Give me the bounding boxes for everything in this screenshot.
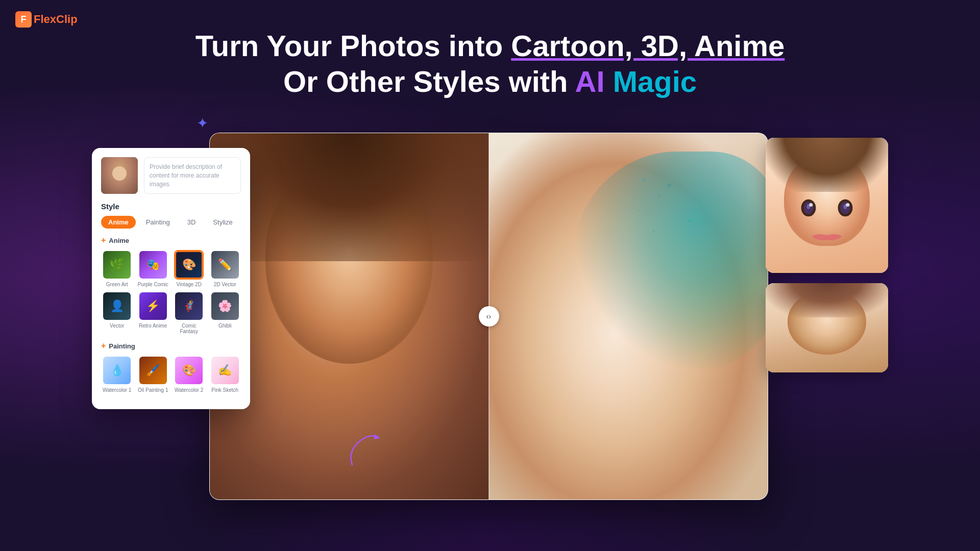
svg-point-4 bbox=[638, 210, 640, 212]
svg-point-3 bbox=[678, 204, 680, 207]
style-item-vintage-2d[interactable]: Vintage 2D bbox=[173, 250, 205, 287]
header-magic: Magic bbox=[613, 65, 697, 98]
user-photo[interactable] bbox=[101, 157, 138, 194]
svg-point-0 bbox=[642, 179, 645, 182]
style-name-2d-vector: 2D Vector bbox=[214, 282, 236, 287]
thumb-pink-sketch bbox=[211, 357, 239, 384]
style-name-comic-fantasy: Comic Fantasy bbox=[173, 323, 205, 334]
style-item-ghibli[interactable]: Ghibli bbox=[209, 291, 241, 334]
svg-point-5 bbox=[688, 219, 691, 222]
realistic-hair bbox=[766, 283, 888, 317]
thumb-vector bbox=[103, 292, 131, 320]
anime-lips-svg bbox=[808, 230, 845, 243]
style-item-purple-comic[interactable]: Purple Comic bbox=[137, 250, 169, 287]
style-name-green-art: Green Art bbox=[106, 282, 128, 287]
thumb-watercolor2 bbox=[175, 357, 203, 384]
style-item-oil-painting1[interactable]: Oil Painting 1 bbox=[137, 356, 169, 393]
thumb-oil-painting1 bbox=[139, 357, 167, 384]
logo-text: FlexClip bbox=[34, 13, 78, 26]
style-name-vector: Vector bbox=[110, 323, 124, 329]
user-photo-inner bbox=[101, 157, 138, 194]
style-name-vintage-2d: Vintage 2D bbox=[177, 282, 202, 287]
style-item-2d-vector[interactable]: 2D Vector bbox=[209, 250, 241, 287]
header-line2: Or Other Styles with AI Magic bbox=[0, 64, 980, 99]
painting-grid: Watercolor 1 Oil Painting 1 Watercolor 2… bbox=[101, 356, 241, 393]
arrow-decoration bbox=[342, 429, 388, 477]
style-item-retro-anime[interactable]: Retro Anime bbox=[137, 291, 169, 334]
style-item-comic-fantasy[interactable]: Comic Fantasy bbox=[173, 291, 205, 334]
preview-img-anime bbox=[766, 138, 888, 273]
tab-painting[interactable]: Painting bbox=[139, 216, 177, 229]
tab-3d[interactable]: 3D bbox=[180, 216, 203, 229]
style-item-pink-sketch[interactable]: Pink Sketch bbox=[209, 356, 241, 393]
sparkle-icon: ✦ bbox=[197, 115, 208, 132]
style-section-label: Style bbox=[101, 202, 241, 211]
anime-eyes-svg bbox=[790, 194, 864, 221]
style-item-green-art[interactable]: Green Art bbox=[101, 250, 133, 287]
style-name-watercolor2: Watercolor 2 bbox=[175, 387, 203, 393]
preview-card-realistic bbox=[766, 283, 888, 372]
header-cartoon-3d-anime: Cartoon, 3D, Anime bbox=[511, 29, 785, 62]
preview-panels bbox=[766, 133, 888, 372]
description-input[interactable]: Provide brief description of content for… bbox=[144, 157, 241, 194]
tab-stylize[interactable]: Stylize bbox=[206, 216, 239, 229]
anime-hair bbox=[766, 138, 888, 192]
style-tabs: Anime Painting 3D Stylize bbox=[101, 216, 241, 229]
anime-plus-icon: + bbox=[101, 236, 106, 245]
header: Turn Your Photos into Cartoon, 3D, Anime… bbox=[0, 28, 980, 99]
tab-anime[interactable]: Anime bbox=[101, 216, 136, 229]
thumb-comic-fantasy bbox=[175, 292, 203, 320]
svg-point-10 bbox=[809, 203, 813, 207]
panel-container: Provide brief description of content for… bbox=[92, 133, 888, 525]
slider-handle[interactable]: ‹› bbox=[479, 306, 499, 327]
thumb-retro-anime bbox=[139, 292, 167, 320]
style-name-ghibli: Ghibli bbox=[218, 323, 232, 329]
svg-point-2 bbox=[667, 183, 671, 187]
watercolor-dots-svg bbox=[628, 170, 754, 371]
logo[interactable]: F FlexClip bbox=[15, 11, 78, 28]
svg-point-6 bbox=[653, 230, 655, 232]
anime-section-label: + Anime bbox=[101, 236, 241, 245]
painting-section-label: + Painting bbox=[101, 341, 241, 350]
thumb-2d-vector bbox=[211, 251, 239, 279]
main-canvas: ‹› bbox=[209, 133, 768, 500]
thumb-ghibli bbox=[211, 292, 239, 320]
canvas-right-styled bbox=[489, 133, 768, 499]
preview-img-realistic bbox=[766, 283, 888, 372]
svg-point-14 bbox=[846, 203, 849, 207]
svg-point-1 bbox=[658, 194, 660, 196]
upload-area: Provide brief description of content for… bbox=[101, 157, 241, 194]
thumb-green-art bbox=[103, 251, 131, 279]
style-name-oil-painting1: Oil Painting 1 bbox=[138, 387, 168, 393]
header-ai: AI bbox=[575, 65, 605, 98]
style-name-retro-anime: Retro Anime bbox=[139, 323, 167, 329]
style-item-watercolor1[interactable]: Watercolor 1 bbox=[101, 356, 133, 393]
style-item-watercolor2[interactable]: Watercolor 2 bbox=[173, 356, 205, 393]
style-panel: Provide brief description of content for… bbox=[92, 148, 250, 409]
header-line1: Turn Your Photos into Cartoon, 3D, Anime bbox=[0, 28, 980, 64]
style-name-pink-sketch: Pink Sketch bbox=[211, 387, 238, 393]
style-name-purple-comic: Purple Comic bbox=[138, 282, 168, 287]
painting-plus-icon: + bbox=[101, 341, 106, 350]
anime-grid: Green Art Purple Comic Vintage 2D 2D Vec… bbox=[101, 250, 241, 334]
style-item-vector[interactable]: Vector bbox=[101, 291, 133, 334]
style-name-watercolor1: Watercolor 1 bbox=[103, 387, 131, 393]
preview-card-anime bbox=[766, 138, 888, 273]
logo-icon: F bbox=[15, 11, 32, 28]
thumb-vintage-2d bbox=[175, 251, 203, 279]
thumb-purple-comic bbox=[139, 251, 167, 279]
slider-arrows: ‹› bbox=[486, 312, 491, 320]
thumb-watercolor1 bbox=[103, 357, 131, 384]
